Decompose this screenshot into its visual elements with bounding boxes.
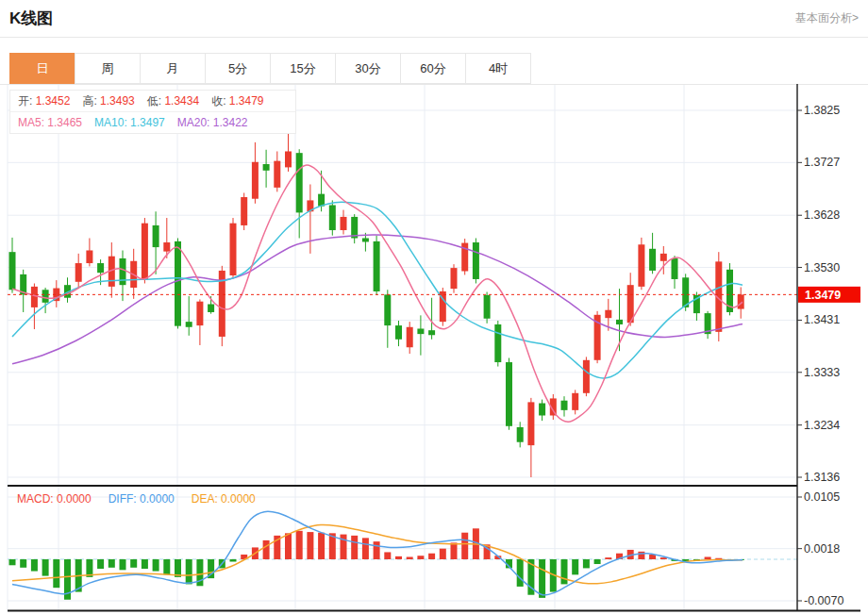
tab-30分[interactable]: 30分 xyxy=(335,53,401,84)
legend-item: MA5: 1.3465 xyxy=(18,116,82,129)
legend-item: 收: 1.3479 xyxy=(211,94,263,108)
legend-item: MACD: 0.0000 xyxy=(17,492,92,506)
svg-text:1.3825: 1.3825 xyxy=(804,104,840,117)
price-axis-labels: 1.38251.37271.36281.35301.34311.33331.32… xyxy=(797,104,843,607)
page-header: K线图 基本面分析> xyxy=(0,0,868,38)
svg-text:1.3727: 1.3727 xyxy=(804,156,840,169)
macd-bars-layer xyxy=(9,528,744,599)
legend-item: DIFF: 0.0000 xyxy=(108,492,175,506)
legend-item: 开: 1.3452 xyxy=(18,94,70,108)
tab-5分[interactable]: 5分 xyxy=(205,53,271,84)
svg-text:1.3628: 1.3628 xyxy=(804,208,840,222)
tab-周[interactable]: 周 xyxy=(75,53,141,84)
fundamental-analysis-link[interactable]: 基本面分析> xyxy=(795,10,859,26)
ohlc-legend-row: 开: 1.3452高: 1.3493低: 1.3434收: 1.3479 xyxy=(10,91,295,112)
svg-text:-0.0070: -0.0070 xyxy=(804,594,843,607)
ma-legend-row: MA5: 1.3465MA10: 1.3497MA20: 1.3422 xyxy=(10,112,295,133)
tab-60分[interactable]: 60分 xyxy=(400,53,466,84)
svg-text:0.0018: 0.0018 xyxy=(804,542,840,556)
svg-text:1.3479: 1.3479 xyxy=(805,289,841,302)
svg-text:0.0105: 0.0105 xyxy=(804,490,840,504)
tab-4时[interactable]: 4时 xyxy=(465,53,531,84)
legend-item: 低: 1.3434 xyxy=(147,94,199,108)
legend-item: MA20: 1.3422 xyxy=(177,116,248,129)
svg-text:1.3234: 1.3234 xyxy=(804,419,840,432)
svg-text:1.3333: 1.3333 xyxy=(804,366,840,379)
legend-item: DEA: 0.0000 xyxy=(192,492,256,506)
tab-15分[interactable]: 15分 xyxy=(270,53,336,84)
kline-chart-area[interactable]: 1.38251.37271.36281.35301.34311.33331.32… xyxy=(0,84,868,613)
ohlc-legend: 开: 1.3452高: 1.3493低: 1.3434收: 1.3479 MA5… xyxy=(9,90,296,134)
svg-text:1.3530: 1.3530 xyxy=(804,261,840,274)
last-price-tag: 1.3479 xyxy=(798,287,860,303)
legend-item: MA10: 1.3497 xyxy=(94,116,165,129)
svg-text:1.3431: 1.3431 xyxy=(804,313,840,326)
grid-layer xyxy=(0,84,868,610)
period-tab-bar: 日周月5分15分30分60分4时 xyxy=(9,53,868,84)
svg-text:1.3136: 1.3136 xyxy=(804,471,840,484)
legend-item: 高: 1.3493 xyxy=(82,94,134,108)
macd-legend: MACD: 0.0000DIFF: 0.0000DEA: 0.0000 xyxy=(17,492,273,506)
page-title: K线图 xyxy=(9,8,53,29)
tab-日[interactable]: 日 xyxy=(9,53,75,84)
kline-chart-canvas[interactable]: 1.38251.37271.36281.35301.34311.33331.32… xyxy=(0,84,868,613)
tab-月[interactable]: 月 xyxy=(140,53,206,84)
